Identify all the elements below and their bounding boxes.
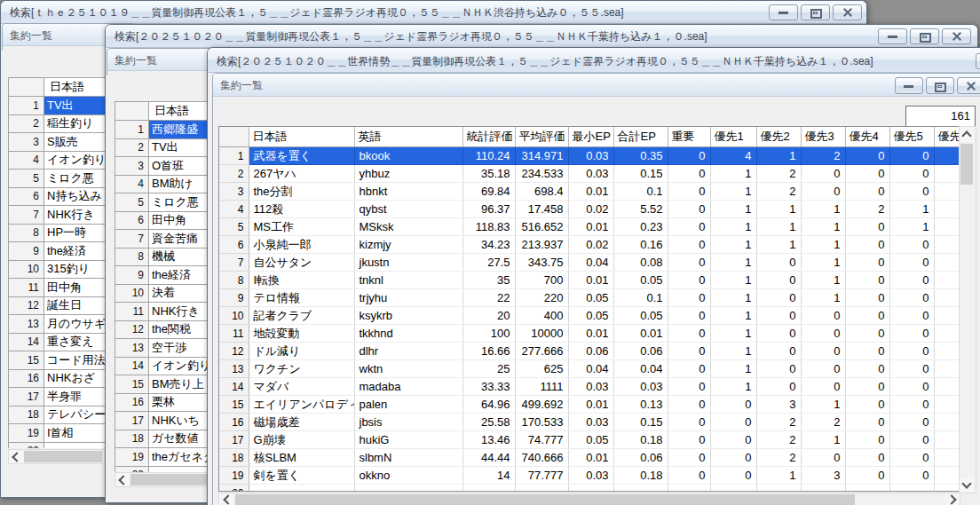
table-row[interactable]: 14マダバmadaba33.3311110.030.03010000 <box>219 378 960 396</box>
list-item[interactable]: 3O首班 <box>115 157 220 176</box>
table-row[interactable]: 1武器を置くbkook110.24314.9710.030.35041200 <box>219 147 960 165</box>
minimize-button[interactable] <box>976 53 980 69</box>
table-row[interactable]: 7自公サタンjkustn27.5343.750.040.08010100 <box>219 254 960 272</box>
scroll-up-arrow-icon[interactable] <box>960 127 974 142</box>
list-item[interactable]: 4イオン釣り <box>9 151 120 170</box>
list-item[interactable]: 1TV出 <box>9 97 120 115</box>
maximize-button[interactable] <box>910 28 939 44</box>
minimize-button[interactable] <box>895 77 923 94</box>
list-item[interactable]: 19I首相 <box>9 424 120 443</box>
list-item[interactable]: 2TV出 <box>115 138 220 157</box>
list-item[interactable]: 20 <box>9 442 120 448</box>
column-header[interactable]: 重要 <box>668 127 710 147</box>
list-item[interactable]: 4BM助け <box>115 175 220 193</box>
table-row[interactable]: 12ドル減りdlhr16.66277.6660.060.06010000 <box>219 343 960 360</box>
list-item[interactable]: 10決着 <box>115 284 220 303</box>
list-item[interactable]: 12the関税 <box>115 320 220 339</box>
table-row[interactable]: 8I転換tnknl357000.010.05010100 <box>219 272 960 289</box>
list-item[interactable]: 5ミロク悪 <box>9 170 120 188</box>
list-item[interactable]: 2稲生釣り <box>9 114 120 133</box>
scroll-down-arrow-icon[interactable] <box>960 477 974 493</box>
list-2-hscrollbar[interactable] <box>115 472 221 487</box>
list-item[interactable]: 7資金苦痛 <box>115 230 220 249</box>
table-row[interactable]: 10記者クラブksykrb204000.050.05010000 <box>219 307 960 325</box>
close-button[interactable] <box>833 4 862 20</box>
close-button[interactable] <box>957 77 980 94</box>
table-row[interactable]: 4112殺qybst96.3717.4580.025.52011121 <box>219 201 960 218</box>
list-item[interactable]: 14イオン釣り <box>115 357 220 375</box>
table-row[interactable]: 18核SLBMslbmN44.44740.6660.010.06002000 <box>219 449 960 467</box>
scroll-thumb[interactable] <box>235 494 855 505</box>
table-row[interactable]: 2267ヤハyhbuz35.18234.5330.030.15012000 <box>219 165 960 183</box>
list-item[interactable]: 19theガセネタ <box>115 448 220 467</box>
column-header[interactable]: 平均評価 <box>515 127 568 147</box>
list-item[interactable]: 12誕生日 <box>9 296 120 315</box>
scroll-thumb[interactable] <box>130 474 207 485</box>
list-item[interactable]: 3S販売 <box>9 133 120 152</box>
list-item[interactable]: 6N持ち込み <box>9 187 120 206</box>
scroll-right-arrow-icon[interactable] <box>944 493 960 505</box>
list-item[interactable]: 8機械 <box>115 248 220 266</box>
list-item[interactable]: 15コード用法 <box>9 351 120 370</box>
minimize-button[interactable] <box>878 28 907 44</box>
list-item[interactable]: 9the経済 <box>9 242 120 261</box>
list-item[interactable]: 11NHK行き <box>115 303 220 321</box>
window-2-titlebar[interactable]: 検索[２０２５１０２０＿＿質量制御再現公表１，５＿＿ジェド霊界ラジオ再現０，５５… <box>106 25 977 48</box>
window-3-titlebar[interactable]: 検索[２０２５１０２０＿＿世界情勢＿＿質量制御再現公表１，５＿＿ジェド霊界ラジオ… <box>208 48 980 73</box>
list-item[interactable]: 8HP一時 <box>9 224 120 242</box>
table-row[interactable]: 16磁場歳差jbsis25.58170.5330.030.15002200 <box>219 414 960 431</box>
list-item[interactable]: 15BM売り上 <box>115 375 220 394</box>
list-item[interactable]: 18ガセ数値 <box>115 430 220 448</box>
list-item[interactable]: 11田中角 <box>9 279 120 297</box>
table-hscrollbar[interactable] <box>218 493 960 505</box>
table-row[interactable]: 9テロ情報trjyhu222200.050.1010100 <box>219 289 960 307</box>
list-item[interactable]: 13空干渉 <box>115 339 220 358</box>
table-row[interactable]: 15エイリアンパロディpalen64.96499.6920.010.130031… <box>219 396 960 414</box>
column-header[interactable]: 優先 <box>934 127 960 147</box>
table-row[interactable]: 19剣を置くokkno1477.7770.030.18001300 <box>219 467 960 485</box>
list-item[interactable]: 6田中角 <box>115 211 220 230</box>
table-row[interactable]: 11地殻変動tkkhnd100100000.010.01010000 <box>219 325 960 343</box>
list-item[interactable]: 7NHK行き <box>9 206 120 225</box>
table-row[interactable]: 17G崩壊hukiG13.4674.7770.050.18002100 <box>219 431 960 449</box>
list-item[interactable]: 13月のウサギ <box>9 315 120 334</box>
table-row[interactable]: 5MS工作MSksk118.83516.6520.010.23011101 <box>219 218 960 236</box>
column-header[interactable]: 優先4 <box>845 127 889 147</box>
table-row[interactable]: 6小泉純一郎kizmjy34.23213.9370.020.16011100 <box>219 236 960 254</box>
panel-3-titlebar[interactable]: 集約一覧 <box>213 74 980 97</box>
column-header[interactable]: 日本語 <box>249 127 354 147</box>
column-header[interactable]: 優先2 <box>756 127 801 147</box>
list-item[interactable]: 1西郷隆盛 <box>115 121 220 139</box>
column-header[interactable]: 優先3 <box>801 127 845 147</box>
column-header[interactable]: 優先1 <box>710 127 756 147</box>
column-header[interactable]: 統計評価 <box>462 127 515 147</box>
table-row[interactable]: 13ワクチンwktn256250.040.04010000 <box>219 360 960 378</box>
scroll-left-arrow-icon[interactable] <box>115 473 130 486</box>
scroll-thumb[interactable] <box>24 451 102 462</box>
maximize-button[interactable] <box>926 77 954 94</box>
list-item[interactable]: 17半身罪 <box>9 388 120 406</box>
column-header[interactable]: 英語 <box>354 127 462 147</box>
close-button[interactable] <box>942 28 971 44</box>
list-item[interactable]: 17NHKいち <box>115 412 220 430</box>
table-row[interactable]: 20 <box>219 485 960 493</box>
minimize-button[interactable] <box>769 4 798 20</box>
table-row[interactable]: 3the分割hbnkt69.84698.40.010.1012000 <box>219 183 960 201</box>
window-1-titlebar[interactable]: 検索[ｔｈｅ２５１０１９＿＿質量制御再現公表１，５＿＿ジェド霊界ラジオ再現０，５… <box>1 1 866 24</box>
scroll-thumb[interactable] <box>960 144 973 185</box>
list-item[interactable]: 9the経済 <box>115 266 220 285</box>
scroll-left-arrow-icon[interactable] <box>219 493 234 505</box>
column-header[interactable]: 合計EP <box>613 127 668 147</box>
list-item[interactable]: 14重さ変え <box>9 333 120 351</box>
column-header[interactable]: 優先5 <box>889 127 934 147</box>
maximize-button[interactable] <box>801 4 830 20</box>
list-item[interactable]: 10315釣り <box>9 260 120 279</box>
column-header[interactable]: 最小EP <box>568 127 613 147</box>
table-vscrollbar[interactable] <box>959 126 976 493</box>
scroll-left-arrow-icon[interactable] <box>9 450 23 463</box>
list-item[interactable]: 16栗林 <box>115 393 220 412</box>
list-item[interactable]: 5ミロク悪 <box>115 193 220 212</box>
list-item[interactable]: 18テレパシー <box>9 406 120 424</box>
list-item[interactable]: 16NHKおざ <box>9 369 120 388</box>
list-item[interactable]: 20 <box>115 466 220 472</box>
